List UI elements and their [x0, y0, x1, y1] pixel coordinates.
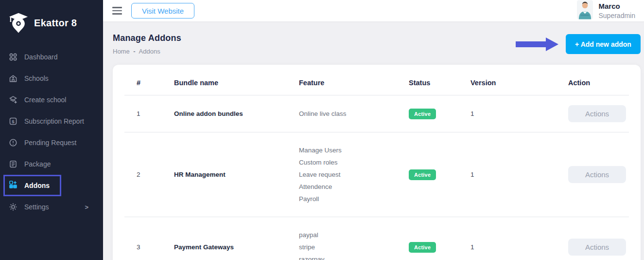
- bundle-name: Payment Gateways: [174, 243, 299, 251]
- svg-text:$: $: [12, 119, 15, 124]
- status-cell: Active: [409, 169, 470, 180]
- feature-item: Manage Users: [299, 144, 409, 156]
- sidebar-item-label: Addons: [24, 182, 50, 189]
- sidebar-item-addons-wrap: Addons: [0, 175, 103, 196]
- page-header: Manage Addons Home - Addons + Add new ad…: [113, 33, 641, 56]
- sidebar-item-label: Settings: [24, 203, 49, 211]
- actions-button[interactable]: Actions: [568, 105, 626, 122]
- avatar: [577, 0, 593, 21]
- school-building-icon: [9, 74, 17, 83]
- feature-list: Online live class: [299, 108, 409, 120]
- sidebar-item-schools[interactable]: Schools: [0, 68, 103, 89]
- col-header-feature: Feature: [299, 79, 409, 87]
- page-header-right: + Add new addon: [516, 34, 641, 54]
- status-cell: Active: [409, 109, 470, 119]
- chevron-right-icon: >: [85, 204, 88, 211]
- user-info: Marco Superadmin: [599, 2, 636, 19]
- action-cell: Actions: [568, 239, 629, 256]
- addons-grid-plus-icon: [9, 180, 17, 191]
- addons-table-card: # Bundle name Feature Status Version Act…: [113, 65, 641, 260]
- col-header-action: Action: [568, 79, 629, 87]
- status-badge: Active: [409, 169, 436, 180]
- package-notes-icon: [9, 160, 17, 168]
- hamburger-menu-icon[interactable]: [112, 7, 122, 15]
- alert-circle-icon: [9, 138, 17, 147]
- user-role: Superadmin: [599, 12, 636, 19]
- version-value: 1: [470, 243, 568, 251]
- topbar: Visit Website Marco Superadmin: [103, 0, 644, 21]
- col-header-version: Version: [470, 79, 568, 87]
- action-cell: Actions: [568, 105, 629, 122]
- app-logo: Ekattor 8: [0, 0, 103, 46]
- sidebar-item-label: Subscription Report: [24, 117, 84, 125]
- dollar-report-icon: $: [9, 117, 17, 126]
- annotation-arrow-icon: [516, 37, 558, 51]
- bundle-name: Online addon bundles: [174, 110, 299, 117]
- feature-list: Manage Users Custom roles Leave request …: [299, 144, 409, 205]
- sidebar-item-subscription-report[interactable]: $ Subscription Report: [0, 111, 103, 132]
- dashboard-grid-icon: [9, 53, 17, 61]
- feature-item: Custom roles: [299, 156, 409, 168]
- sidebar-item-pending-request[interactable]: Pending Request: [0, 132, 103, 153]
- main-area: Visit Website Marco Superadmin: [103, 0, 644, 260]
- sidebar-item-label: Dashboard: [24, 53, 58, 61]
- breadcrumb: Home - Addons: [113, 48, 181, 56]
- bundle-name: HR Management: [174, 171, 299, 178]
- sidebar-item-settings[interactable]: Settings >: [0, 196, 103, 218]
- feature-item: Attendence: [299, 181, 409, 193]
- feature-item: stripe: [299, 241, 409, 253]
- visit-website-button[interactable]: Visit Website: [131, 3, 194, 19]
- sidebar-item-label: Schools: [24, 74, 49, 82]
- sidebar-item-label: Package: [24, 160, 51, 168]
- sidebar-item-dashboard[interactable]: Dashboard: [0, 46, 103, 68]
- feature-item: Payroll: [299, 193, 409, 205]
- sidebar-item-package[interactable]: Package: [0, 153, 103, 175]
- feature-item: Leave request: [299, 168, 409, 181]
- app-title: Ekattor 8: [34, 18, 77, 29]
- sidebar-item-label: Pending Request: [24, 139, 76, 147]
- table-header-row: # Bundle name Feature Status Version Act…: [124, 65, 629, 95]
- page-content: Manage Addons Home - Addons + Add new ad…: [103, 21, 644, 260]
- action-cell: Actions: [568, 166, 629, 183]
- feature-item: Online live class: [299, 108, 409, 120]
- status-cell: Active: [409, 242, 470, 253]
- feature-item: razorpay: [299, 253, 409, 260]
- col-header-bundle-name: Bundle name: [174, 79, 299, 87]
- user-name: Marco: [599, 2, 636, 10]
- version-value: 1: [470, 171, 568, 178]
- breadcrumb-separator: -: [133, 48, 135, 55]
- sidebar-item-create-school[interactable]: Create school: [0, 89, 103, 111]
- app-window: Ekattor 8 Dashboard: [0, 0, 644, 260]
- page-header-left: Manage Addons Home - Addons: [113, 33, 181, 56]
- graduation-pin-logo-icon: [8, 11, 29, 36]
- table-row: 2 HR Management Manage Users Custom role…: [124, 132, 629, 217]
- sidebar-nav: Dashboard Schools: [0, 46, 103, 218]
- actions-button[interactable]: Actions: [568, 239, 626, 256]
- page-title: Manage Addons: [113, 33, 181, 43]
- feature-item: paypal: [299, 229, 409, 241]
- col-header-number: #: [137, 79, 174, 87]
- add-new-addon-button[interactable]: + Add new addon: [566, 34, 641, 54]
- status-badge: Active: [409, 109, 436, 119]
- row-number: 3: [137, 243, 174, 251]
- breadcrumb-current: Addons: [139, 48, 160, 55]
- version-value: 1: [470, 110, 568, 117]
- col-header-status: Status: [409, 79, 470, 87]
- sidebar-item-label: Create school: [24, 96, 66, 104]
- sidebar-item-addons[interactable]: Addons: [3, 175, 61, 196]
- layers-plus-icon: [9, 95, 17, 104]
- feature-list: paypal stripe razorpay: [299, 229, 409, 260]
- gear-icon: [9, 203, 17, 211]
- actions-button[interactable]: Actions: [568, 166, 626, 183]
- sidebar: Ekattor 8 Dashboard: [0, 0, 103, 260]
- row-number: 1: [137, 110, 174, 117]
- user-menu[interactable]: Marco Superadmin: [577, 0, 636, 21]
- row-number: 2: [137, 171, 174, 178]
- table-row: 1 Online addon bundles Online live class…: [124, 95, 629, 132]
- breadcrumb-home[interactable]: Home: [113, 48, 130, 55]
- status-badge: Active: [409, 242, 436, 253]
- table-row: 3 Payment Gateways paypal stripe razorpa…: [124, 217, 629, 260]
